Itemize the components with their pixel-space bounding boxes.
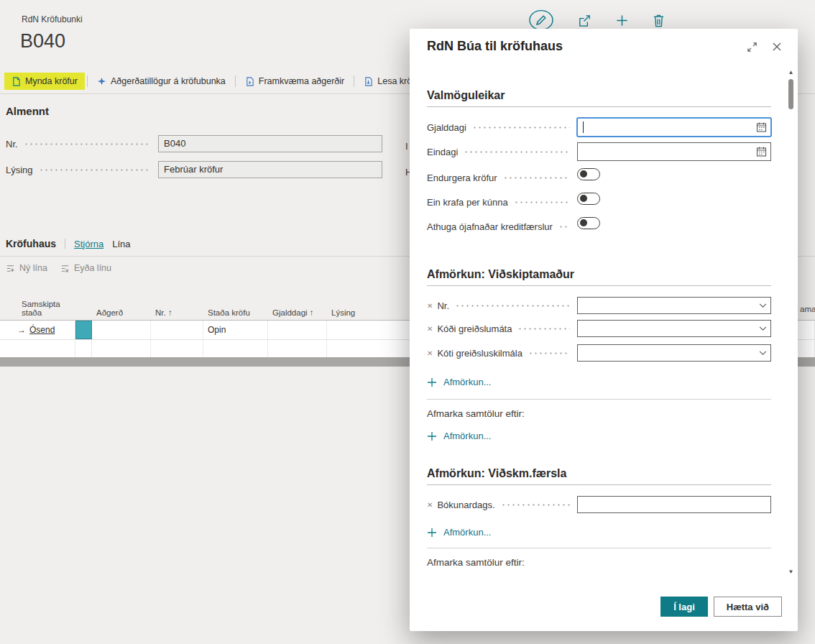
nr-cell[interactable] <box>151 321 203 339</box>
delete-line-button[interactable]: Eyða línu <box>60 263 111 273</box>
customer-filter-section-title: Afmörkun: Viðskiptamaður <box>427 268 771 286</box>
delete-icon[interactable] <box>652 13 666 28</box>
column-header[interactable]: Samskipta staða <box>0 300 75 320</box>
remove-filter-icon[interactable]: ✕ <box>427 349 433 357</box>
new-line-button[interactable]: Ný lína <box>6 263 47 273</box>
add-customer-filter-link[interactable]: Afmörkun... <box>427 377 491 387</box>
edit-icon[interactable] <box>528 9 554 31</box>
text-caret <box>583 121 584 133</box>
breadcrumb[interactable]: RdN Kröfubunki <box>22 14 83 24</box>
endurgera-label: Endurgera kröfur <box>427 172 497 183</box>
scroll-up-icon[interactable]: ▲ <box>786 69 796 75</box>
import-document-icon <box>364 77 373 86</box>
mynda-krofur-button[interactable]: Mynda kröfur <box>4 73 85 90</box>
clipped-label-fragment: I <box>405 141 408 152</box>
divider <box>427 548 771 548</box>
filter-nr-input[interactable] <box>577 297 771 314</box>
stada-krofu-cell[interactable]: Opin <box>203 321 268 339</box>
nr-label: Nr. <box>6 139 18 150</box>
filter-bokunardags-row: ✕ Bókunardags. <box>427 495 771 514</box>
filter-greidsluskilmali-row: ✕ Kóti greiðsluskilmála <box>427 344 771 362</box>
cancel-button[interactable]: Hætta við <box>714 597 782 617</box>
empty-cell[interactable] <box>151 340 203 359</box>
add-entry-filter-link[interactable]: Afmörkun... <box>427 527 491 538</box>
filter-bokunardags-label: ✕ Bókunardags. <box>427 500 495 510</box>
ein-krafa-row: Ein krafa per kúnna <box>427 192 771 212</box>
dialog-scrollbar[interactable]: ▲ ▼ <box>786 69 796 575</box>
lysing-label: Lýsing <box>6 165 33 175</box>
dotted-leader <box>517 328 570 330</box>
selected-cell[interactable] <box>75 321 92 339</box>
ein-krafa-label: Ein krafa per kúnna <box>427 197 508 208</box>
scroll-down-icon[interactable]: ▼ <box>786 569 796 575</box>
add-customer-totals-filter-link[interactable]: Afmörkun... <box>427 431 491 441</box>
gjalddagi-label: Gjalddagi <box>427 122 466 133</box>
add-filter-label: Afmörkun... <box>443 527 491 538</box>
empty-cell[interactable] <box>75 340 92 359</box>
remove-filter-icon[interactable]: ✕ <box>427 501 433 509</box>
chevron-down-icon[interactable] <box>759 351 767 356</box>
gjalddagi-cell[interactable] <box>268 321 327 339</box>
run-document-icon <box>245 77 254 86</box>
empty-cell[interactable] <box>0 340 75 359</box>
endurgera-toggle[interactable] <box>577 168 600 180</box>
lysing-input[interactable]: Febrúar kröfur <box>158 161 382 178</box>
athuga-toggle[interactable] <box>577 217 600 229</box>
empty-cell[interactable] <box>268 340 327 359</box>
column-header[interactable]: Gjalddagi ↑ <box>268 308 327 320</box>
filter-nr-label: ✕ Nr. <box>427 300 449 311</box>
lines-toolbar: Ný lína Eyða línu <box>6 263 111 273</box>
general-section-title[interactable]: Almennt <box>6 105 49 117</box>
lines-section-title[interactable]: Kröfuhaus <box>6 238 56 249</box>
empty-cell[interactable] <box>92 340 151 359</box>
dotted-leader <box>514 201 570 203</box>
column-header[interactable]: Aðgerð <box>92 308 151 320</box>
chevron-down-icon[interactable] <box>759 326 767 331</box>
framkvaema-adgerdir-button[interactable]: Framkvæma aðgerðir <box>238 73 351 90</box>
share-icon[interactable] <box>577 13 592 28</box>
osend-link[interactable]: Ósend <box>29 325 55 335</box>
remove-filter-icon[interactable]: ✕ <box>427 325 433 333</box>
filter-greidslumati-input[interactable] <box>577 320 771 337</box>
filter-greidsluskilmali-field <box>577 344 771 362</box>
empty-cell[interactable] <box>203 340 268 359</box>
calendar-icon[interactable] <box>756 122 767 133</box>
eindagi-input[interactable] <box>577 142 771 161</box>
ein-krafa-toggle[interactable] <box>577 193 600 205</box>
remove-filter-icon[interactable]: ✕ <box>427 302 433 310</box>
button-label: Mynda kröfur <box>25 76 78 86</box>
toolbar-divider <box>354 75 354 87</box>
dotted-leader <box>528 352 570 354</box>
button-label: Eyða línu <box>74 263 111 273</box>
filter-bokunardags-field <box>577 496 771 513</box>
eindagi-field <box>577 142 771 161</box>
page-title: B040 <box>20 30 65 52</box>
column-header[interactable]: Nr. ↑ <box>151 308 203 320</box>
athuga-label: Athuga ójafnaðar kreditfærslur <box>427 221 553 232</box>
lines-section-header: Kröfuhaus Stjórna Lína <box>6 238 131 249</box>
calendar-icon[interactable] <box>756 147 767 157</box>
label-text: Kóði greiðslumáta <box>437 323 512 334</box>
add-filter-label: Afmörkun... <box>443 431 491 441</box>
gjalddagi-input[interactable] <box>577 118 771 137</box>
ein-krafa-control <box>577 193 771 211</box>
filter-greidsluskilmali-input[interactable] <box>577 344 771 362</box>
chevron-down-icon[interactable] <box>759 303 767 308</box>
scrollbar-thumb[interactable] <box>788 79 793 109</box>
adgerd-cell[interactable] <box>92 321 151 339</box>
options-section-title: Valmöguleikar <box>427 89 771 107</box>
tab-stjorna[interactable]: Stjórna <box>74 239 103 249</box>
column-header[interactable]: Staða kröfu <box>203 308 268 320</box>
filter-greidslumati-field <box>577 320 771 337</box>
filter-bokunardags-input[interactable] <box>577 496 771 513</box>
add-icon[interactable] <box>615 14 629 27</box>
divider <box>65 239 65 249</box>
adgerdatillogur-button[interactable]: Aðgerðatillögur á kröfubunka <box>90 73 233 90</box>
tab-lina[interactable]: Lína <box>112 239 130 249</box>
samskipta-stada-cell[interactable]: → Ósend <box>0 321 75 339</box>
nr-input[interactable]: B040 <box>158 135 382 152</box>
divider <box>427 399 771 400</box>
ok-button[interactable]: Í lagi <box>660 597 708 617</box>
eindagi-row: Eindagi <box>427 142 771 162</box>
button-label: Aðgerðatillögur á kröfubunka <box>111 76 226 86</box>
